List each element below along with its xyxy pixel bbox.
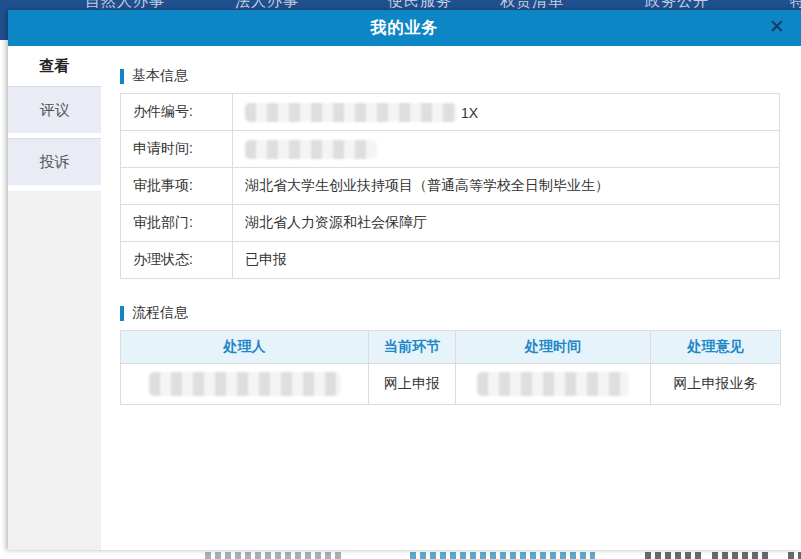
page-footer [0,551,801,559]
column-header: 当前环节 [369,331,456,364]
table-row: 审批事项: 湖北省大学生创业扶持项目（普通高等学校全日制毕业生） [121,168,780,205]
basic-info-section-header: 基本信息 [120,68,788,84]
time-cell [456,364,651,405]
section-bar-icon [120,306,124,321]
nav-item-partial[interactable]: 特 [790,0,801,8]
modal-header: 我的业务 ✕ [8,10,801,46]
nav-item-gov-info[interactable]: 政务公开 [645,0,709,8]
row-value: 湖北省人力资源和社会保障厅 [233,205,780,242]
column-header: 处理时间 [456,331,651,364]
footer-text-fragment [788,552,801,559]
row-label: 办件编号: [121,94,233,131]
row-label: 办理状态: [121,242,233,279]
nav-item-public-service[interactable]: 便民服务 [388,0,452,8]
row-label: 申请时间: [121,131,233,168]
nav-item-legal-person[interactable]: 法人办事 [235,0,299,8]
row-value [233,131,780,168]
modal-sidebar: 查看 评议 投诉 [8,46,101,550]
row-value: 1X [233,94,780,131]
modal-content: 基本信息 办件编号: 1X 申请时间: [101,46,801,550]
nav-item-duty-list[interactable]: 权责清单 [500,0,564,8]
column-header: 处理意见 [651,331,781,364]
redacted-value [245,103,457,122]
row-label: 审批事项: [121,168,233,205]
opinion-cell: 网上申报业务 [651,364,781,405]
table-header-row: 处理人 当前环节 处理时间 处理意见 [121,331,781,364]
my-business-modal: 我的业务 ✕ 查看 评议 投诉 基本信息 办件编号: [8,10,801,550]
flow-info-table: 处理人 当前环节 处理时间 处理意见 网上申报 网上申报业务 [120,330,781,405]
section-title: 流程信息 [132,304,188,322]
row-label: 审批部门: [121,205,233,242]
table-row: 网上申报 网上申报业务 [121,364,781,405]
redacted-value [149,372,341,396]
sidebar-filler [8,191,101,550]
close-icon[interactable]: ✕ [769,10,785,44]
redacted-value [245,140,377,159]
value-suffix: 1X [461,104,478,120]
footer-link-fragment [410,552,595,559]
nav-item-natural-person[interactable]: 自然人办事 [85,0,165,8]
footer-text-fragment [645,552,705,559]
flow-info-section-header: 流程信息 [120,305,788,321]
redacted-value [477,372,629,396]
step-cell: 网上申报 [369,364,456,405]
table-row: 审批部门: 湖北省人力资源和社会保障厅 [121,205,780,242]
section-bar-icon [120,69,124,84]
column-header: 处理人 [121,331,369,364]
screen: 自然人办事 法人办事 便民服务 权责清单 政务公开 特 我的业务 ✕ 查看 评议… [0,0,801,559]
sidebar-item-complaint[interactable]: 投诉 [8,138,101,185]
handler-cell [121,364,369,405]
table-row: 办理状态: 已申报 [121,242,780,279]
sidebar-item-review[interactable]: 评议 [8,86,101,133]
modal-title: 我的业务 [8,10,801,46]
row-value: 湖北省大学生创业扶持项目（普通高等学校全日制毕业生） [233,168,780,205]
section-title: 基本信息 [132,67,188,85]
sidebar-item-view[interactable]: 查看 [8,46,101,86]
table-row: 办件编号: 1X [121,94,780,131]
footer-text-fragment [712,552,770,559]
row-value: 已申报 [233,242,780,279]
table-row: 申请时间: [121,131,780,168]
footer-text-fragment [205,552,345,559]
basic-info-table: 办件编号: 1X 申请时间: 审批事项: 湖北省 [120,93,780,279]
